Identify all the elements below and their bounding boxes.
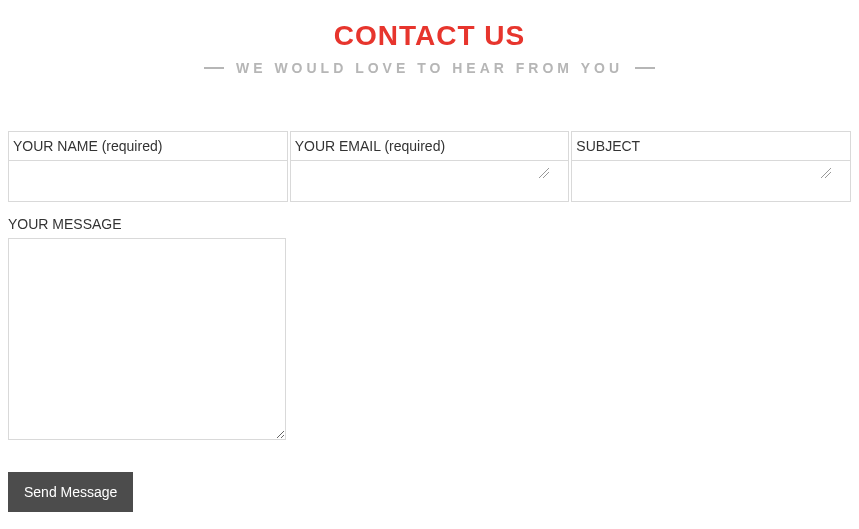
- message-textarea[interactable]: [8, 238, 286, 440]
- name-cell: YOUR NAME (required): [8, 131, 288, 202]
- subject-input[interactable]: [572, 161, 850, 201]
- page-title: CONTACT US: [8, 20, 851, 52]
- page-subtitle: WE WOULD LOVE TO HEAR FROM YOU: [236, 60, 623, 76]
- send-message-button[interactable]: Send Message: [8, 472, 133, 512]
- subtitle-wrapper: WE WOULD LOVE TO HEAR FROM YOU: [8, 60, 851, 76]
- dash-left-icon: [204, 67, 224, 69]
- dash-right-icon: [635, 67, 655, 69]
- subject-label: SUBJECT: [572, 132, 850, 161]
- message-section: YOUR MESSAGE: [8, 216, 851, 444]
- email-cell: YOUR EMAIL (required): [290, 131, 570, 202]
- form-row-top: YOUR NAME (required) YOUR EMAIL (require…: [8, 131, 851, 202]
- name-input[interactable]: [9, 161, 287, 201]
- message-label: YOUR MESSAGE: [8, 216, 851, 232]
- subject-cell: SUBJECT: [571, 131, 851, 202]
- name-label: YOUR NAME (required): [9, 132, 287, 161]
- email-label: YOUR EMAIL (required): [291, 132, 569, 161]
- email-input[interactable]: [291, 161, 569, 201]
